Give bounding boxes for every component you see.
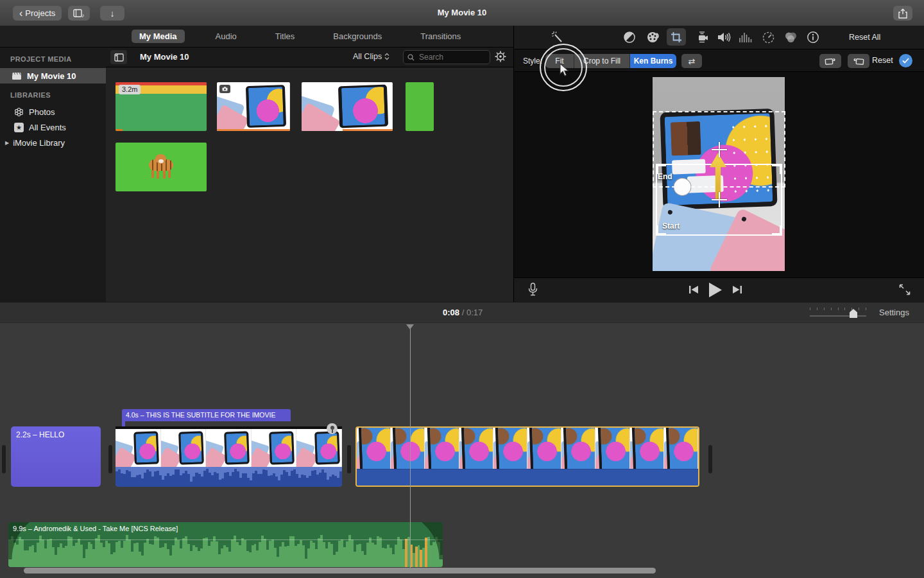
enhance-wand-icon[interactable] xyxy=(551,31,564,44)
rotate-cw-button[interactable] xyxy=(848,54,869,68)
chevron-updown-icon xyxy=(384,53,389,60)
sidebar-item-my-movie[interactable]: My Movie 10 xyxy=(0,68,106,83)
marker-pin-icon[interactable] xyxy=(327,423,338,434)
slider-thumb[interactable] xyxy=(850,309,857,318)
volume-line[interactable] xyxy=(8,539,443,540)
resize-handle[interactable] xyxy=(656,225,666,236)
reset-button[interactable]: Reset xyxy=(872,56,893,65)
title-clip-label: 2.2s – HELLO xyxy=(16,430,64,439)
voiceover-mic-icon[interactable] xyxy=(528,283,538,297)
clip-thumbnail-tiger[interactable] xyxy=(116,143,207,191)
ipad-ad-art xyxy=(302,82,393,131)
noise-eq-icon[interactable] xyxy=(739,32,753,42)
sidebar-item-label: My Movie 10 xyxy=(27,71,76,81)
browser-settings-button[interactable] xyxy=(494,50,507,63)
share-button[interactable] xyxy=(893,6,912,21)
info-icon[interactable] xyxy=(807,31,819,44)
rotate-ccw-button[interactable] xyxy=(819,54,841,68)
segment-crop-to-fill[interactable]: Crop to Fill xyxy=(574,54,630,68)
photo-thumbnail-ipad[interactable] xyxy=(217,82,290,131)
resize-handle[interactable] xyxy=(656,164,666,174)
start-center-crosshair[interactable] xyxy=(712,192,727,207)
clip-thumbnail-greenscreen[interactable]: 3.2m xyxy=(116,82,207,131)
slider-track[interactable] xyxy=(810,315,866,317)
apply-check-button[interactable] xyxy=(899,54,912,67)
volume-icon[interactable] xyxy=(717,31,731,44)
adjust-toolbar: Reset All xyxy=(513,26,924,49)
video-thumbnail-ipad[interactable] xyxy=(302,82,393,131)
swap-start-end-button[interactable]: ⇄ xyxy=(681,54,702,68)
import-button[interactable]: ↓ xyxy=(100,6,124,21)
speed-icon[interactable] xyxy=(762,31,775,44)
timecode-display: 0:08 / 0:17 xyxy=(443,308,483,317)
tab-titles[interactable]: Titles xyxy=(268,30,303,43)
trim-handle[interactable] xyxy=(708,445,712,473)
filmstrip-frame xyxy=(527,428,561,469)
trim-handle[interactable] xyxy=(347,445,351,473)
tab-audio[interactable]: Audio xyxy=(208,30,244,43)
tab-backgrounds[interactable]: Backgrounds xyxy=(325,30,389,43)
viewer: End Start xyxy=(513,72,924,277)
search-input[interactable] xyxy=(418,52,484,62)
sidebar-item-imovie-library[interactable]: ▶ iMovie Library xyxy=(5,135,65,150)
search-field[interactable] xyxy=(403,50,490,64)
crop-button-selected[interactable] xyxy=(667,28,686,46)
end-center-crosshair[interactable] xyxy=(712,142,727,157)
tab-transitions[interactable]: Transitions xyxy=(413,30,468,43)
skip-forward-button[interactable] xyxy=(732,285,742,294)
video-clip-1[interactable] xyxy=(116,426,342,487)
filmstrip xyxy=(357,428,698,469)
stabilization-icon[interactable] xyxy=(695,31,709,44)
title-clip[interactable]: 2.2s – HELLO xyxy=(11,426,101,487)
sidebar-item-photos[interactable]: Photos xyxy=(14,104,55,119)
music-clip-label: 9.9s – Andromedik & Used - Take Me [NCS … xyxy=(13,525,178,532)
color-correction-icon[interactable] xyxy=(646,31,660,44)
range-marker xyxy=(116,129,123,131)
sidebar-item-label: All Events xyxy=(29,123,66,132)
timeline-zoom-slider[interactable] xyxy=(810,308,866,318)
trim-handle[interactable] xyxy=(108,445,112,473)
resize-handle[interactable] xyxy=(772,225,782,236)
segment-ken-burns[interactable]: Ken Burns xyxy=(630,54,676,68)
tab-my-media[interactable]: My Media xyxy=(132,30,185,43)
sidebar-item-label: iMovie Library xyxy=(13,138,65,148)
clip-thumbnail-green[interactable] xyxy=(406,82,434,131)
sidebar-item-all-events[interactable]: ★ All Events xyxy=(14,119,66,135)
used-range-indicator xyxy=(217,129,290,131)
photos-flower-icon xyxy=(14,107,24,117)
playhead-triangle[interactable] xyxy=(406,324,414,329)
reset-all-button[interactable]: Reset All xyxy=(849,33,880,42)
settings-button[interactable]: Settings xyxy=(879,308,909,317)
media-tabs: My Media Audio Titles Backgrounds Transi… xyxy=(0,26,513,48)
filmstrip-frame xyxy=(425,428,459,469)
gear-icon xyxy=(494,50,507,63)
disclosure-triangle-icon[interactable]: ▶ xyxy=(5,140,9,146)
back-projects-button[interactable]: ‹ Projects xyxy=(13,6,62,21)
used-range-indicator xyxy=(343,129,393,131)
filters-icon[interactable] xyxy=(783,31,798,44)
clip-audio-bar xyxy=(357,469,698,486)
filmstrip-frame xyxy=(161,429,207,467)
checkmark-icon xyxy=(902,58,909,64)
background-music-clip[interactable]: 9.9s – Andromedik & Used - Take Me [NCS … xyxy=(8,522,443,567)
trim-handle[interactable] xyxy=(2,445,6,473)
play-button[interactable] xyxy=(708,282,723,298)
video-clip-2-selected[interactable] xyxy=(355,426,699,487)
fullscreen-button[interactable] xyxy=(899,284,911,295)
filter-dropdown[interactable]: All Clips xyxy=(353,52,389,61)
subtitle-clip[interactable]: 4.0s – THIS IS THE SUBTITLE FOR THE IMOV… xyxy=(122,409,291,421)
style-label: Style: xyxy=(523,57,542,66)
color-balance-icon[interactable] xyxy=(623,31,636,44)
titlebar: ‹ Projects ♪ ↓ My Movie 10 xyxy=(0,0,924,26)
window-title: My Movie 10 xyxy=(438,8,487,17)
playhead-line[interactable] xyxy=(410,324,411,568)
sidebar-item-label: Photos xyxy=(29,107,55,117)
sidebar-toggle-button[interactable] xyxy=(110,50,127,64)
rotate-ccw-icon xyxy=(825,57,836,66)
fade-out-handle[interactable] xyxy=(391,522,443,559)
resize-handle[interactable] xyxy=(772,164,782,174)
skip-back-button[interactable] xyxy=(689,285,699,294)
timeline-scrollbar[interactable] xyxy=(24,568,656,574)
media-browser-button[interactable]: ♪ xyxy=(68,6,90,21)
current-time: 0:08 xyxy=(443,308,459,317)
